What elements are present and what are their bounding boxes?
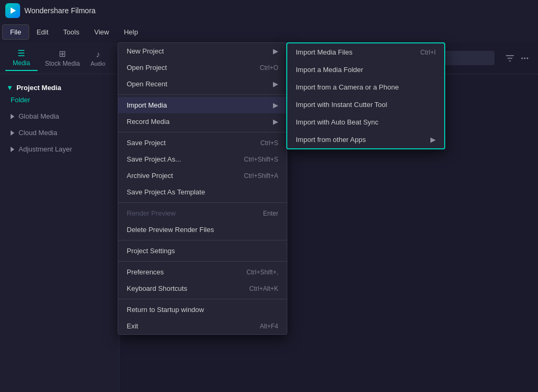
submenu-import-camera-phone[interactable]: Import from a Camera or a Phone (287, 78, 444, 96)
menu-file-exit[interactable]: Exit Alt+F4 (118, 318, 287, 334)
menu-divider-2 (118, 132, 287, 132)
render-preview-shortcut: Enter (263, 210, 278, 217)
media-tab-label: Media (13, 59, 30, 67)
tab-audio[interactable]: ♪ Audio (87, 47, 109, 70)
open-project-label: Open Project (127, 64, 167, 72)
menu-file-save-project[interactable]: Save Project Ctrl+S (118, 135, 287, 151)
menu-file-open-recent[interactable]: Open Recent ▶ (118, 76, 287, 92)
stock-media-tab-icon: ⊞ (59, 49, 66, 59)
import-media-label: Import Media (127, 101, 167, 109)
open-recent-label: Open Recent (127, 80, 167, 88)
keyboard-shortcuts-label: Keyboard Shortcuts (127, 284, 187, 292)
archive-project-shortcut: Ctrl+Shift+A (244, 172, 278, 180)
import-other-apps-label: Import from other Apps (296, 136, 366, 144)
save-project-as-shortcut: Ctrl+Shift+S (244, 156, 278, 163)
triangle-icon-adj (11, 147, 14, 152)
submenu-import-media-folder[interactable]: Import a Media Folder (287, 61, 444, 78)
import-other-apps-arrow: ▶ (430, 136, 436, 144)
sidebar-item-adjustment-layer[interactable]: Adjustment Layer (4, 141, 114, 157)
triangle-icon (11, 114, 14, 119)
menu-divider-3 (118, 202, 287, 203)
delete-preview-label: Delete Preview Render Files (127, 226, 214, 234)
menu-file-return-startup[interactable]: Return to Startup window (118, 301, 287, 318)
menu-file-preferences[interactable]: Preferences Ctrl+Shift+, (118, 264, 287, 280)
menu-item-help[interactable]: Help (117, 25, 146, 39)
import-media-folder-label: Import a Media Folder (296, 66, 363, 74)
menu-divider-6 (118, 299, 287, 299)
folder-label: Folder (4, 96, 114, 108)
preferences-shortcut: Ctrl+Shift+, (246, 269, 278, 276)
audio-tab-icon: ♪ (96, 50, 100, 59)
title-bar: Wondershare Filmora (0, 0, 538, 21)
audio-tab-label: Audio (91, 60, 105, 67)
keyboard-shortcuts-shortcut: Ctrl+Alt+K (249, 285, 278, 292)
svg-point-8 (524, 57, 526, 59)
menu-file-save-template[interactable]: Save Project As Template (118, 184, 287, 200)
header-icons (505, 54, 530, 63)
project-media-header: ▼ Project Media (4, 79, 114, 96)
cloud-media-label: Cloud Media (19, 129, 57, 137)
submenu-import-auto-beat[interactable]: Import with Auto Beat Sync (287, 113, 444, 131)
menu-file-archive-project[interactable]: Archive Project Ctrl+Shift+A (118, 167, 287, 184)
submenu-import-media-files[interactable]: Import Media Files Ctrl+I (287, 43, 444, 61)
import-media-files-shortcut: Ctrl+I (420, 49, 436, 56)
menu-bar: File Edit Tools View Help (0, 21, 538, 42)
app-name: Wondershare Filmora (24, 6, 95, 15)
svg-point-7 (522, 57, 523, 59)
menu-divider-4 (118, 240, 287, 240)
menu-file-project-settings[interactable]: Project Settings (118, 243, 287, 259)
menu-item-edit[interactable]: Edit (29, 25, 56, 39)
save-project-shortcut: Ctrl+S (260, 139, 278, 147)
save-project-as-label: Save Project As... (127, 155, 181, 163)
menu-item-view[interactable]: View (87, 25, 117, 39)
menu-file-delete-preview[interactable]: Delete Preview Render Files (118, 221, 287, 238)
sidebar-item-cloud-media[interactable]: Cloud Media (4, 124, 114, 141)
filter-icon[interactable] (505, 54, 515, 63)
sidebar-item-global-media[interactable]: Global Media (4, 108, 114, 124)
tab-stock-media[interactable]: ⊞ Stock Media (38, 46, 87, 70)
archive-project-label: Archive Project (127, 172, 173, 180)
sidebar: ☰ Media ⊞ Stock Media ♪ Audio ▼ Project … (0, 42, 119, 392)
menu-file-record-media[interactable]: Record Media ▶ (118, 113, 287, 130)
open-recent-arrow: ▶ (273, 80, 278, 88)
menu-divider-5 (118, 261, 287, 262)
menu-file-save-project-as[interactable]: Save Project As... Ctrl+Shift+S (118, 151, 287, 167)
import-media-files-label: Import Media Files (296, 48, 352, 56)
import-camera-phone-label: Import from a Camera or a Phone (296, 83, 399, 91)
submenu-import-other-apps[interactable]: Import from other Apps ▶ (287, 131, 444, 148)
menu-file-new-project[interactable]: New Project ▶ (118, 43, 287, 59)
menu-file-import-media[interactable]: Import Media ▶ (118, 97, 287, 113)
app-logo (5, 3, 20, 18)
submenu-import-instant-cutter[interactable]: Import with Instant Cutter Tool (287, 96, 444, 113)
new-project-label: New Project (127, 47, 164, 55)
render-preview-label: Render Preview (127, 209, 176, 217)
menu-divider-1 (118, 94, 287, 95)
adjustment-layer-label: Adjustment Layer (19, 145, 72, 153)
more-icon[interactable] (520, 54, 530, 63)
record-media-label: Record Media (127, 118, 170, 126)
menu-item-file[interactable]: File (2, 24, 29, 40)
save-project-label: Save Project (127, 139, 166, 147)
project-settings-label: Project Settings (127, 247, 175, 255)
new-project-arrow: ▶ (273, 47, 278, 55)
menu-item-tools[interactable]: Tools (56, 25, 86, 39)
project-media-label: Project Media (16, 84, 61, 92)
project-media-section: ▼ Project Media Folder Global Media Clou… (0, 74, 119, 163)
exit-shortcut: Alt+F4 (260, 323, 278, 330)
menu-file-open-project[interactable]: Open Project Ctrl+O (118, 59, 287, 76)
save-template-label: Save Project As Template (127, 188, 205, 196)
svg-marker-0 (11, 7, 16, 14)
triangle-icon-cloud (11, 130, 14, 136)
media-tab-icon: ☰ (17, 48, 25, 58)
import-media-arrow: ▶ (273, 101, 278, 109)
tab-media[interactable]: ☰ Media (5, 45, 38, 71)
return-startup-label: Return to Startup window (127, 306, 204, 314)
sidebar-tabs: ☰ Media ⊞ Stock Media ♪ Audio (0, 42, 119, 74)
file-menu-dropdown: New Project ▶ Open Project Ctrl+O Open R… (118, 42, 287, 335)
preferences-label: Preferences (127, 268, 164, 276)
menu-file-keyboard-shortcuts[interactable]: Keyboard Shortcuts Ctrl+Alt+K (118, 280, 287, 297)
import-instant-cutter-label: Import with Instant Cutter Tool (296, 101, 387, 109)
record-media-arrow: ▶ (273, 118, 278, 126)
import-auto-beat-label: Import with Auto Beat Sync (296, 118, 378, 126)
import-submenu: Import Media Files Ctrl+I Import a Media… (286, 42, 445, 149)
